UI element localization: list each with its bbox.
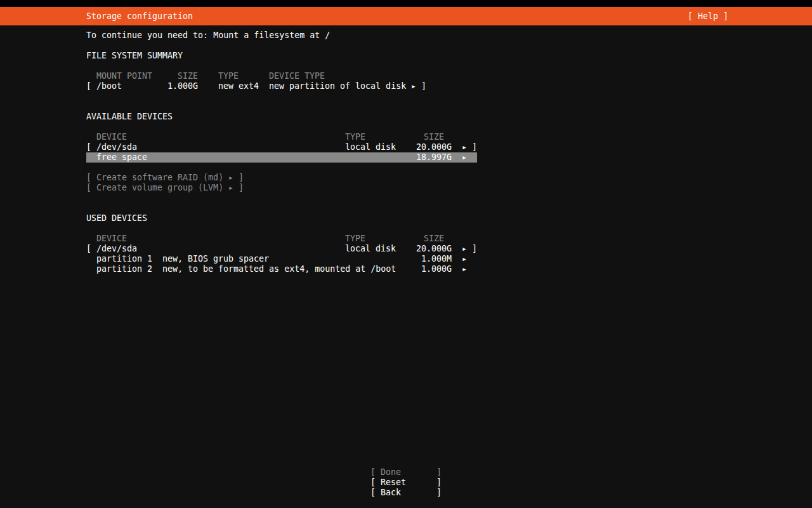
cell-type: local disk bbox=[345, 142, 396, 152]
bracket-close: ] bbox=[436, 467, 442, 478]
device-row-free-space-selected[interactable]: free space 18.997G ▸ bbox=[86, 152, 477, 163]
column-header-size: SIZE bbox=[178, 71, 198, 81]
create-volume-group-button[interactable]: [ Create volume group (LVM) ▸ ] bbox=[0, 183, 812, 193]
cell-device: /dev/sda bbox=[96, 244, 137, 254]
section-title-available-devices: AVAILABLE DEVICES bbox=[86, 112, 173, 122]
screen-top-strip bbox=[0, 0, 812, 7]
title-bar: Storage configuration [ Help ] bbox=[0, 7, 812, 25]
bracket-open: [ bbox=[370, 467, 376, 478]
done-button[interactable]: [ Done ] bbox=[370, 467, 442, 478]
filesystem-row-boot[interactable]: [ /boot 1.000G new ext4 new partition of… bbox=[0, 81, 812, 91]
column-header-type: TYPE bbox=[345, 234, 365, 244]
bracket-close: ] bbox=[239, 183, 244, 193]
expand-arrow-icon: ▸ bbox=[462, 142, 467, 152]
expand-arrow-icon: ▸ bbox=[462, 264, 467, 274]
notice-text: To continue you need to: Mount a filesys… bbox=[86, 30, 330, 41]
column-header-type: TYPE bbox=[218, 71, 239, 81]
cell-device-type: new partition of local disk bbox=[269, 81, 406, 91]
column-header-size: SIZE bbox=[424, 234, 444, 244]
cell-type: local disk bbox=[345, 244, 396, 254]
expand-arrow-icon: ▸ bbox=[228, 173, 233, 183]
bracket-open: [ bbox=[86, 244, 91, 254]
expand-arrow-icon: ▸ bbox=[411, 81, 416, 91]
cell-type: new ext4 bbox=[218, 81, 259, 91]
device-row-sda[interactable]: [ /dev/sda local disk 20.000G ▸ ] bbox=[0, 142, 812, 152]
bracket-close: ] bbox=[472, 142, 477, 152]
bracket-open: [ bbox=[86, 173, 91, 183]
page-title: Storage configuration bbox=[86, 7, 193, 25]
cell-size: 20.000G bbox=[401, 244, 452, 254]
bracket-close: ] bbox=[472, 244, 477, 254]
used-devices-section: USED DEVICES bbox=[0, 213, 812, 224]
bracket-open: [ bbox=[370, 478, 376, 488]
column-header-device-type: DEVICE TYPE bbox=[269, 71, 325, 81]
column-header-device: DEVICE bbox=[96, 132, 127, 142]
create-software-raid-label: Create software RAID (md) bbox=[96, 173, 223, 183]
help-button[interactable]: [ Help ] bbox=[688, 7, 728, 25]
cell-mount-point: /boot bbox=[96, 81, 122, 91]
cell-partition-name: partition 1 bbox=[96, 254, 152, 264]
bracket-open: [ bbox=[86, 81, 91, 91]
section-title-file-system-summary: FILE SYSTEM SUMMARY bbox=[86, 51, 183, 61]
cell-partition-name: partition 2 bbox=[96, 264, 152, 274]
used-device-row-sda[interactable]: [ /dev/sda local disk 20.000G ▸ ] bbox=[0, 244, 812, 254]
cell-size: 1.000G bbox=[401, 264, 452, 274]
done-button-label: Done bbox=[381, 467, 401, 478]
bracket-open: [ bbox=[86, 142, 91, 152]
expand-arrow-icon: ▸ bbox=[228, 183, 233, 193]
used-devices-header-row: DEVICE TYPE SIZE bbox=[0, 234, 812, 244]
cell-device: /dev/sda bbox=[96, 142, 137, 152]
file-system-summary-header-row: MOUNT POINT SIZE TYPE DEVICE TYPE bbox=[0, 71, 812, 81]
cell-size: 1.000G bbox=[160, 81, 198, 91]
expand-arrow-icon: ▸ bbox=[462, 254, 467, 264]
column-header-type: TYPE bbox=[345, 132, 365, 142]
bracket-open: [ bbox=[86, 183, 91, 193]
cell-size: 1.000M bbox=[401, 254, 452, 264]
create-software-raid-button[interactable]: [ Create software RAID (md) ▸ ] bbox=[0, 173, 812, 183]
file-system-summary-section: FILE SYSTEM SUMMARY bbox=[0, 51, 812, 61]
column-header-size: SIZE bbox=[424, 132, 444, 142]
expand-arrow-icon: ▸ bbox=[462, 152, 467, 163]
available-devices-section: AVAILABLE DEVICES bbox=[0, 112, 812, 122]
cell-device: free space bbox=[96, 152, 147, 163]
cell-size: 18.997G bbox=[376, 152, 452, 163]
back-button-label: Back bbox=[381, 488, 401, 498]
expand-arrow-icon: ▸ bbox=[462, 244, 467, 254]
partition-row-2[interactable]: partition 2 new, to be formatted as ext4… bbox=[0, 264, 812, 274]
section-title-used-devices: USED DEVICES bbox=[86, 213, 147, 224]
create-volume-group-label: Create volume group (LVM) bbox=[96, 183, 223, 193]
bracket-open: [ bbox=[370, 488, 376, 498]
column-header-device: DEVICE bbox=[96, 234, 127, 244]
bracket-close: ] bbox=[239, 173, 244, 183]
available-devices-header-row: DEVICE TYPE SIZE bbox=[0, 132, 812, 142]
cell-size: 20.000G bbox=[401, 142, 452, 152]
column-header-mount-point: MOUNT POINT bbox=[96, 71, 152, 81]
bracket-close: ] bbox=[436, 478, 442, 488]
reset-button-label: Reset bbox=[381, 478, 406, 488]
bracket-close: ] bbox=[421, 81, 426, 91]
back-button[interactable]: [ Back ] bbox=[370, 488, 442, 498]
reset-button[interactable]: [ Reset ] bbox=[370, 478, 442, 488]
partition-row-1[interactable]: partition 1 new, BIOS grub spacer 1.000M… bbox=[0, 254, 812, 264]
notice-line: To continue you need to: Mount a filesys… bbox=[0, 30, 812, 41]
bracket-close: ] bbox=[436, 488, 442, 498]
cell-partition-desc: new, BIOS grub spacer bbox=[162, 254, 269, 264]
cell-partition-desc: new, to be formatted as ext4, mounted at… bbox=[162, 264, 396, 274]
